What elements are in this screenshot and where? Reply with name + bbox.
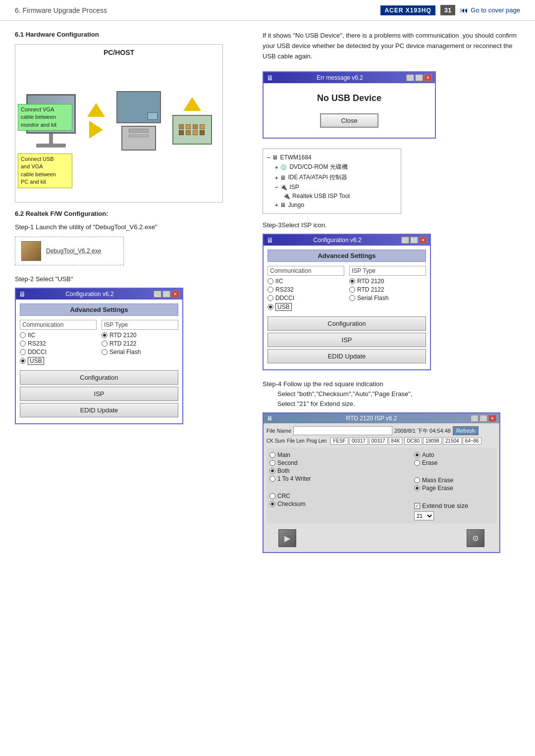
configuration-button[interactable]: Configuration bbox=[20, 370, 178, 385]
radio-page-erase-circle[interactable] bbox=[414, 485, 420, 491]
rtd-main-area: Main Second Both bbox=[267, 448, 496, 523]
radio2-rtd2122-circle[interactable] bbox=[349, 287, 355, 293]
radio-crc[interactable]: CRC bbox=[269, 493, 409, 500]
radio-rs232-circle[interactable] bbox=[20, 341, 26, 347]
extend-val-select[interactable]: 21 bbox=[414, 511, 434, 520]
radio-checksum-circle[interactable] bbox=[269, 501, 275, 507]
radio-ddcci-circle[interactable] bbox=[20, 349, 26, 355]
radio2-rtd2120[interactable]: RTD 2120 bbox=[349, 278, 426, 285]
radio2-rtd2120-circle[interactable] bbox=[349, 278, 355, 284]
kit-arrows bbox=[183, 97, 201, 111]
radio-auto[interactable]: Auto bbox=[414, 452, 493, 458]
radio-ddcci[interactable]: DDCCI bbox=[20, 349, 97, 355]
radio-second[interactable]: Second bbox=[269, 459, 409, 466]
rtd-close-button[interactable]: ✕ bbox=[488, 415, 496, 422]
action-btn-right[interactable]: ⚙ bbox=[467, 529, 484, 547]
tree-icon-ide: 🖥 bbox=[280, 174, 286, 181]
arrow-up-2 bbox=[183, 97, 201, 111]
tree-item-realtek: 🔌 Realtek USB ISP Tool bbox=[283, 192, 397, 201]
radio-erase-circle[interactable] bbox=[414, 460, 420, 466]
config2-window-buttons: _ □ ✕ bbox=[401, 237, 427, 244]
config2-close-button[interactable]: ✕ bbox=[419, 237, 427, 244]
config2-minimize-button[interactable]: _ bbox=[401, 237, 409, 244]
isp-type2-col: ISP Type RTD 2120 RTD 2122 Serial Flash bbox=[349, 266, 426, 312]
isp2-button[interactable]: ISP bbox=[268, 333, 426, 347]
radio-usb-circle[interactable] bbox=[20, 358, 26, 364]
action-btn-left[interactable]: ▶ bbox=[278, 529, 296, 547]
tree-item-dvd: + 💿 DVD/CD-ROM 光碟機 bbox=[275, 162, 397, 172]
config2-maximize-button[interactable]: □ bbox=[410, 237, 418, 244]
step3-label: Step-3Select ISP icon. bbox=[263, 221, 520, 229]
radio-mass-erase-circle[interactable] bbox=[414, 477, 420, 483]
radio-iic[interactable]: IIC bbox=[20, 332, 97, 339]
radio-rtd2122[interactable]: RTD 2122 bbox=[102, 340, 178, 347]
config-title-text: Configuration v6.2 bbox=[65, 291, 113, 298]
radio2-rtd2122[interactable]: RTD 2122 bbox=[349, 286, 426, 293]
configuration2-button[interactable]: Configuration bbox=[268, 316, 426, 331]
radio-auto-circle[interactable] bbox=[414, 452, 420, 458]
config-options-row: Communication IIC RS232 DDCCI bbox=[20, 320, 178, 366]
write-target-group: Main Second Both bbox=[269, 452, 409, 482]
err-minimize-button[interactable]: _ bbox=[406, 74, 414, 81]
radio2-serial-flash[interactable]: Serial Flash bbox=[349, 295, 426, 302]
step2-text: Step-2 Select "USB" bbox=[15, 275, 233, 283]
refresh-button[interactable]: Refresh bbox=[453, 426, 479, 435]
edid2-button[interactable]: EDID Update bbox=[268, 349, 426, 363]
radio-mass-erase[interactable]: Mass Erase bbox=[414, 477, 493, 484]
rtd-maximize-button[interactable]: □ bbox=[480, 415, 487, 422]
rtd-top-bar: File Name 2008/8/1 下午 04:54:48 Refresh bbox=[267, 426, 496, 435]
radio-both-circle[interactable] bbox=[269, 468, 275, 474]
tree-icon-realtek: 🔌 bbox=[283, 193, 290, 200]
extend-size-row: ✓ Extend true size bbox=[414, 502, 493, 509]
radio-page-erase[interactable]: Page Erase bbox=[414, 485, 493, 492]
err-close-button[interactable]: ✕ bbox=[424, 74, 432, 81]
radio-usb[interactable]: USB bbox=[20, 357, 97, 365]
go-cover-link[interactable]: ⏮ Go to cover page bbox=[460, 6, 520, 15]
radio-both[interactable]: Both bbox=[269, 467, 409, 474]
radio-serial-flash-circle[interactable] bbox=[102, 349, 107, 355]
radio2-usb-circle[interactable] bbox=[268, 304, 273, 310]
radio-second-circle[interactable] bbox=[269, 460, 275, 466]
radio-serial-flash[interactable]: Serial Flash bbox=[102, 349, 178, 355]
isp-button[interactable]: ISP bbox=[20, 387, 178, 401]
radio2-iic[interactable]: IIC bbox=[268, 278, 344, 285]
close-button[interactable]: ✕ bbox=[171, 291, 179, 298]
file-name-input[interactable] bbox=[293, 426, 392, 435]
radio-crc-circle[interactable] bbox=[269, 493, 275, 499]
section-title: 6. Firmware Upgrade Process bbox=[15, 6, 107, 14]
comm2-group-label: Communication bbox=[268, 266, 344, 276]
radio2-iic-circle[interactable] bbox=[268, 278, 273, 284]
radio2-serial-flash-circle[interactable] bbox=[349, 295, 355, 301]
radio-1to4-circle[interactable] bbox=[269, 476, 275, 482]
minimize-button[interactable]: _ bbox=[154, 291, 161, 298]
tree-icon-isp: 🔌 bbox=[280, 184, 287, 191]
radio-rtd2122-circle[interactable] bbox=[102, 341, 107, 347]
radio-main[interactable]: Main bbox=[269, 452, 409, 458]
radio-rs232[interactable]: RS232 bbox=[20, 340, 97, 347]
extend-checkbox[interactable]: ✓ bbox=[414, 503, 420, 509]
radio-checksum[interactable]: Checksum bbox=[269, 501, 409, 507]
radio-iic-circle[interactable] bbox=[20, 332, 26, 338]
val-21504: 21504 bbox=[443, 437, 462, 445]
radio2-ddcci[interactable]: DDCCI bbox=[268, 295, 344, 302]
radio-1to4[interactable]: 1 To 4 Writer bbox=[269, 475, 409, 482]
close-button-main[interactable]: Close bbox=[320, 113, 378, 128]
checksum-group: CRC Checksum bbox=[269, 493, 409, 507]
main-layout: 6.1 Hardware Configuration PC/HOST bbox=[0, 21, 535, 563]
maximize-button[interactable]: □ bbox=[162, 291, 170, 298]
radio-rtd2120-circle[interactable] bbox=[102, 332, 107, 338]
radio2-ddcci-circle[interactable] bbox=[268, 295, 273, 301]
radio2-rs232[interactable]: RS232 bbox=[268, 286, 344, 293]
tree-icon-dvd: 💿 bbox=[280, 164, 287, 171]
config-title-icon: 🖥 bbox=[19, 290, 26, 298]
rtd-minimize-button[interactable]: _ bbox=[471, 415, 479, 422]
radio-erase[interactable]: Erase bbox=[414, 459, 493, 466]
err-maximize-button[interactable]: □ bbox=[415, 74, 423, 81]
radio-rtd2120[interactable]: RTD 2120 bbox=[102, 332, 178, 339]
radio2-rs232-circle[interactable] bbox=[268, 287, 273, 293]
radio2-usb[interactable]: USB bbox=[268, 303, 344, 311]
edid-button[interactable]: EDID Update bbox=[20, 403, 178, 417]
val-84k: 84K bbox=[389, 437, 403, 445]
radio-main-circle[interactable] bbox=[269, 452, 275, 458]
auto-erase-group: Auto Erase bbox=[414, 452, 493, 466]
